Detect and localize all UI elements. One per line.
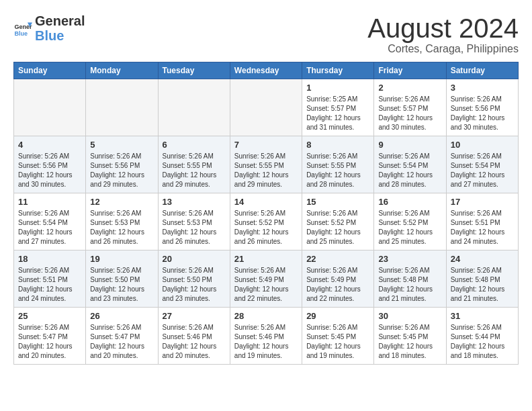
svg-text:Blue: Blue	[14, 30, 28, 37]
calendar-week-row: 11Sunrise: 5:26 AM Sunset: 5:54 PM Dayli…	[14, 193, 519, 250]
day-number: 18	[18, 254, 81, 264]
day-number: 2	[378, 83, 441, 93]
calendar-day-cell: 6Sunrise: 5:26 AM Sunset: 5:55 PM Daylig…	[158, 136, 230, 193]
day-number: 14	[234, 197, 298, 207]
calendar-table: SundayMondayTuesdayWednesdayThursdayFrid…	[13, 62, 519, 365]
day-number: 30	[378, 311, 441, 321]
day-info: Sunrise: 5:26 AM Sunset: 5:48 PM Dayligh…	[451, 266, 514, 304]
calendar-day-cell: 5Sunrise: 5:26 AM Sunset: 5:56 PM Daylig…	[86, 136, 158, 193]
day-info: Sunrise: 5:26 AM Sunset: 5:46 PM Dayligh…	[234, 323, 298, 361]
day-info: Sunrise: 5:25 AM Sunset: 5:57 PM Dayligh…	[306, 95, 369, 132]
day-info: Sunrise: 5:26 AM Sunset: 5:50 PM Dayligh…	[90, 266, 153, 304]
calendar-day-cell: 18Sunrise: 5:26 AM Sunset: 5:51 PM Dayli…	[14, 250, 86, 308]
day-info: Sunrise: 5:26 AM Sunset: 5:47 PM Dayligh…	[18, 323, 81, 361]
day-number: 29	[306, 311, 369, 321]
day-info: Sunrise: 5:26 AM Sunset: 5:46 PM Dayligh…	[163, 323, 226, 361]
day-number: 15	[306, 197, 369, 207]
day-info: Sunrise: 5:26 AM Sunset: 5:44 PM Dayligh…	[451, 323, 514, 361]
day-info: Sunrise: 5:26 AM Sunset: 5:53 PM Dayligh…	[163, 209, 226, 246]
calendar-empty-cell	[158, 79, 230, 136]
calendar-week-row: 25Sunrise: 5:26 AM Sunset: 5:47 PM Dayli…	[14, 308, 519, 365]
calendar-day-cell: 25Sunrise: 5:26 AM Sunset: 5:47 PM Dayli…	[14, 308, 86, 365]
location-subtitle: Cortes, Caraga, Philippines	[367, 43, 519, 55]
calendar-day-cell: 14Sunrise: 5:26 AM Sunset: 5:52 PM Dayli…	[230, 193, 302, 250]
calendar-day-cell: 3Sunrise: 5:26 AM Sunset: 5:56 PM Daylig…	[446, 79, 518, 136]
calendar-day-cell: 20Sunrise: 5:26 AM Sunset: 5:50 PM Dayli…	[158, 250, 230, 308]
day-info: Sunrise: 5:26 AM Sunset: 5:53 PM Dayligh…	[90, 209, 153, 246]
weekday-header-monday: Monday	[86, 62, 158, 79]
weekday-header-saturday: Saturday	[446, 62, 518, 79]
calendar-day-cell: 24Sunrise: 5:26 AM Sunset: 5:48 PM Dayli…	[446, 250, 518, 308]
calendar-day-cell: 26Sunrise: 5:26 AM Sunset: 5:47 PM Dayli…	[86, 308, 158, 365]
day-number: 22	[306, 254, 369, 264]
month-year-title: August 2024	[367, 13, 519, 43]
calendar-empty-cell	[86, 79, 158, 136]
day-number: 5	[90, 140, 153, 150]
day-info: Sunrise: 5:26 AM Sunset: 5:52 PM Dayligh…	[306, 209, 369, 246]
day-info: Sunrise: 5:26 AM Sunset: 5:57 PM Dayligh…	[378, 95, 441, 132]
calendar-day-cell: 13Sunrise: 5:26 AM Sunset: 5:53 PM Dayli…	[158, 193, 230, 250]
weekday-header-tuesday: Tuesday	[158, 62, 230, 79]
day-info: Sunrise: 5:26 AM Sunset: 5:54 PM Dayligh…	[18, 209, 81, 246]
calendar-day-cell: 4Sunrise: 5:26 AM Sunset: 5:56 PM Daylig…	[14, 136, 86, 193]
calendar-day-cell: 17Sunrise: 5:26 AM Sunset: 5:51 PM Dayli…	[446, 193, 518, 250]
day-info: Sunrise: 5:26 AM Sunset: 5:51 PM Dayligh…	[451, 209, 514, 246]
day-number: 25	[18, 311, 81, 321]
calendar-day-cell: 27Sunrise: 5:26 AM Sunset: 5:46 PM Dayli…	[158, 308, 230, 365]
logo: General Blue General Blue	[13, 13, 85, 43]
calendar-week-row: 18Sunrise: 5:26 AM Sunset: 5:51 PM Dayli…	[14, 250, 519, 308]
day-number: 1	[306, 83, 369, 93]
day-number: 26	[90, 311, 153, 321]
day-info: Sunrise: 5:26 AM Sunset: 5:47 PM Dayligh…	[90, 323, 153, 361]
calendar-day-cell: 7Sunrise: 5:26 AM Sunset: 5:55 PM Daylig…	[230, 136, 302, 193]
day-info: Sunrise: 5:26 AM Sunset: 5:56 PM Dayligh…	[90, 152, 153, 189]
day-number: 8	[306, 140, 369, 150]
calendar-day-cell: 8Sunrise: 5:26 AM Sunset: 5:55 PM Daylig…	[302, 136, 374, 193]
day-number: 21	[234, 254, 298, 264]
calendar-week-row: 4Sunrise: 5:26 AM Sunset: 5:56 PM Daylig…	[14, 136, 519, 193]
day-number: 16	[378, 197, 441, 207]
day-info: Sunrise: 5:26 AM Sunset: 5:56 PM Dayligh…	[451, 95, 514, 132]
day-info: Sunrise: 5:26 AM Sunset: 5:54 PM Dayligh…	[451, 152, 514, 189]
calendar-day-cell: 21Sunrise: 5:26 AM Sunset: 5:49 PM Dayli…	[230, 250, 302, 308]
logo-icon: General Blue	[13, 19, 32, 38]
day-number: 9	[378, 140, 441, 150]
calendar-empty-cell	[230, 79, 302, 136]
day-info: Sunrise: 5:26 AM Sunset: 5:56 PM Dayligh…	[18, 152, 81, 189]
day-info: Sunrise: 5:26 AM Sunset: 5:52 PM Dayligh…	[378, 209, 441, 246]
day-number: 13	[163, 197, 226, 207]
day-number: 3	[451, 83, 514, 93]
page-header: General Blue General Blue August 2024 Co…	[13, 13, 519, 55]
day-info: Sunrise: 5:26 AM Sunset: 5:45 PM Dayligh…	[306, 323, 369, 361]
calendar-day-cell: 23Sunrise: 5:26 AM Sunset: 5:48 PM Dayli…	[374, 250, 446, 308]
day-info: Sunrise: 5:26 AM Sunset: 5:49 PM Dayligh…	[306, 266, 369, 304]
day-info: Sunrise: 5:26 AM Sunset: 5:54 PM Dayligh…	[378, 152, 441, 189]
weekday-header-wednesday: Wednesday	[230, 62, 302, 79]
day-info: Sunrise: 5:26 AM Sunset: 5:55 PM Dayligh…	[163, 152, 226, 189]
calendar-day-cell: 29Sunrise: 5:26 AM Sunset: 5:45 PM Dayli…	[302, 308, 374, 365]
day-number: 19	[90, 254, 153, 264]
day-info: Sunrise: 5:26 AM Sunset: 5:51 PM Dayligh…	[18, 266, 81, 304]
calendar-day-cell: 15Sunrise: 5:26 AM Sunset: 5:52 PM Dayli…	[302, 193, 374, 250]
weekday-header-thursday: Thursday	[302, 62, 374, 79]
title-block: August 2024 Cortes, Caraga, Philippines	[367, 13, 519, 55]
day-number: 4	[18, 140, 81, 150]
calendar-day-cell: 28Sunrise: 5:26 AM Sunset: 5:46 PM Dayli…	[230, 308, 302, 365]
day-number: 7	[234, 140, 298, 150]
calendar-day-cell: 2Sunrise: 5:26 AM Sunset: 5:57 PM Daylig…	[374, 79, 446, 136]
logo-text: General Blue	[35, 13, 85, 43]
day-number: 6	[163, 140, 226, 150]
day-info: Sunrise: 5:26 AM Sunset: 5:48 PM Dayligh…	[378, 266, 441, 304]
day-number: 10	[451, 140, 514, 150]
day-info: Sunrise: 5:26 AM Sunset: 5:55 PM Dayligh…	[306, 152, 369, 189]
weekday-header-row: SundayMondayTuesdayWednesdayThursdayFrid…	[14, 62, 519, 79]
day-number: 17	[451, 197, 514, 207]
day-info: Sunrise: 5:26 AM Sunset: 5:55 PM Dayligh…	[234, 152, 298, 189]
calendar-day-cell: 1Sunrise: 5:25 AM Sunset: 5:57 PM Daylig…	[302, 79, 374, 136]
calendar-day-cell: 12Sunrise: 5:26 AM Sunset: 5:53 PM Dayli…	[86, 193, 158, 250]
calendar-day-cell: 16Sunrise: 5:26 AM Sunset: 5:52 PM Dayli…	[374, 193, 446, 250]
day-info: Sunrise: 5:26 AM Sunset: 5:49 PM Dayligh…	[234, 266, 298, 304]
day-number: 28	[234, 311, 298, 321]
calendar-day-cell: 10Sunrise: 5:26 AM Sunset: 5:54 PM Dayli…	[446, 136, 518, 193]
calendar-week-row: 1Sunrise: 5:25 AM Sunset: 5:57 PM Daylig…	[14, 79, 519, 136]
